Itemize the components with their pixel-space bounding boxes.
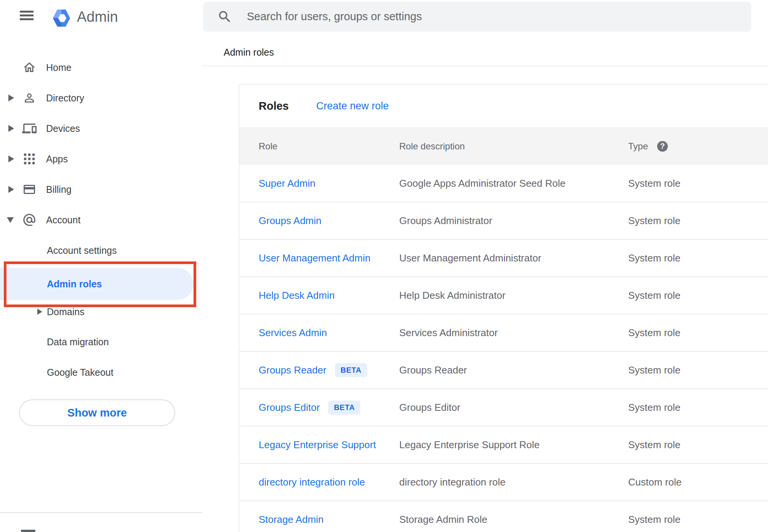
role-type: System role xyxy=(628,514,680,526)
table-row: Groups Admin Groups Administrator System… xyxy=(239,202,768,240)
role-description: Services Administrator xyxy=(399,327,628,339)
table-row: User Management Admin User Management Ad… xyxy=(239,240,768,277)
sidebar-bottom-divider xyxy=(0,512,202,513)
table-row: Services Admin Services Administrator Sy… xyxy=(239,314,768,352)
role-type: Custom role xyxy=(628,476,682,488)
sidebar-item-directory[interactable]: Directory xyxy=(0,83,202,113)
chevron-right-icon xyxy=(8,186,14,193)
help-icon[interactable]: ? xyxy=(657,141,668,152)
role-link[interactable]: Groups Reader xyxy=(259,364,326,376)
role-link[interactable]: Services Admin xyxy=(259,327,327,339)
sidebar-item-account-settings[interactable]: Account settings xyxy=(0,235,202,266)
sidebar-item-label: Billing xyxy=(46,184,72,195)
devices-icon xyxy=(22,121,37,136)
role-type: System role xyxy=(628,439,680,451)
person-icon xyxy=(22,90,37,106)
search-placeholder: Search for users, groups or settings xyxy=(247,10,422,23)
sidebar-item-label: Account xyxy=(46,215,80,226)
table-row: Storage Admin Storage Admin Role System … xyxy=(239,501,768,532)
apps-grid-icon xyxy=(22,151,37,167)
sidebar-item-data-migration[interactable]: Data migration xyxy=(0,327,202,357)
table-row: Help Desk Admin Help Desk Administrator … xyxy=(239,277,768,314)
app-title: Admin xyxy=(77,9,118,25)
table-row: directory integration role directory int… xyxy=(239,464,768,501)
roles-card-header: Roles Create new role xyxy=(239,85,768,127)
search-icon xyxy=(217,9,232,24)
column-header-type: Type ? xyxy=(628,141,668,152)
role-type: System role xyxy=(628,178,680,189)
section-title: Roles xyxy=(259,100,289,112)
table-row: Groups Editor BETA Groups Editor System … xyxy=(239,389,768,426)
role-type: System role xyxy=(628,402,680,413)
chevron-right-icon xyxy=(37,309,42,315)
credit-card-icon xyxy=(22,182,37,197)
sidebar-item-label: Google Takeout xyxy=(47,367,114,378)
sidebar-item-label: Home xyxy=(46,62,72,73)
table-row: Legacy Enterprise Support Legacy Enterpr… xyxy=(239,426,768,464)
sidebar-item-label: Apps xyxy=(46,154,68,165)
sidebar-item-admin-roles[interactable]: Admin roles xyxy=(0,268,194,300)
chevron-right-icon xyxy=(8,125,14,132)
role-type: System role xyxy=(628,252,680,264)
chevron-down-icon xyxy=(7,217,14,223)
sidebar-item-label: Domains xyxy=(47,306,85,317)
table-row: Groups Reader BETA Groups Reader System … xyxy=(239,352,768,389)
sidebar-item-billing[interactable]: Billing xyxy=(0,174,202,205)
header-divider xyxy=(202,66,768,66)
role-type: System role xyxy=(628,215,680,227)
role-link[interactable]: Groups Editor xyxy=(259,402,320,413)
sidebar-item-domains[interactable]: Domains xyxy=(0,296,202,327)
role-type: System role xyxy=(628,290,680,301)
role-link[interactable]: User Management Admin xyxy=(259,252,370,264)
role-description: Groups Editor xyxy=(399,402,628,413)
role-description: Google Apps Administrator Seed Role xyxy=(399,178,628,189)
admin-hexagon-icon xyxy=(53,8,70,29)
sidebar-item-devices[interactable]: Devices xyxy=(0,113,202,144)
sidebar-item-label: Data migration xyxy=(47,337,109,348)
column-header-role: Role xyxy=(259,141,399,152)
partial-bottom-icon xyxy=(21,530,35,532)
role-description: Legacy Enterprise Support Role xyxy=(399,439,628,451)
role-description: Storage Admin Role xyxy=(399,514,628,526)
role-link[interactable]: Groups Admin xyxy=(259,215,322,227)
role-type: System role xyxy=(628,364,680,376)
hamburger-menu-icon[interactable] xyxy=(20,11,34,20)
home-icon xyxy=(22,60,37,75)
role-link[interactable]: Storage Admin xyxy=(259,514,324,526)
sidebar-item-apps[interactable]: Apps xyxy=(0,144,202,174)
at-sign-icon xyxy=(22,212,37,228)
chevron-right-icon xyxy=(8,155,14,162)
table-row: Super Admin Google Apps Administrator Se… xyxy=(239,165,768,202)
role-description: User Management Administrator xyxy=(399,252,628,264)
role-link[interactable]: Super Admin xyxy=(259,178,315,189)
google-admin-console: Admin Home Directory Devices xyxy=(0,0,768,532)
role-link[interactable]: Help Desk Admin xyxy=(259,290,334,301)
beta-badge: BETA xyxy=(335,363,367,377)
sidebar-item-label: Account settings xyxy=(47,245,117,256)
column-header-type-label: Type xyxy=(628,141,648,152)
sidebar-item-account[interactable]: Account xyxy=(0,205,202,235)
role-link[interactable]: Legacy Enterprise Support xyxy=(259,439,376,451)
beta-badge: BETA xyxy=(328,401,360,415)
role-description: Help Desk Administrator xyxy=(399,290,628,301)
sidebar-item-home[interactable]: Home xyxy=(0,52,202,83)
sidebar-item-label: Admin roles xyxy=(47,279,102,290)
breadcrumb: Admin roles xyxy=(224,47,274,58)
column-header-description: Role description xyxy=(399,141,628,152)
sidebar-item-label: Directory xyxy=(46,93,84,104)
sidebar: Admin Home Directory Devices xyxy=(0,0,202,532)
sidebar-item-label: Devices xyxy=(46,123,80,134)
sidebar-item-google-takeout[interactable]: Google Takeout xyxy=(0,357,202,388)
role-description: directory integration role xyxy=(399,476,628,488)
role-type: System role xyxy=(628,327,680,339)
chevron-right-icon xyxy=(8,95,14,101)
roles-card: Roles Create new role Role Role descript… xyxy=(239,84,768,532)
role-link[interactable]: directory integration role xyxy=(259,476,365,488)
search-bar[interactable]: Search for users, groups or settings xyxy=(203,2,751,32)
role-description: Groups Reader xyxy=(399,364,628,376)
show-more-button[interactable]: Show more xyxy=(19,399,175,426)
table-header-row: Role Role description Type ? xyxy=(239,127,768,165)
create-new-role-link[interactable]: Create new role xyxy=(316,100,389,112)
role-description: Groups Administrator xyxy=(399,215,628,227)
